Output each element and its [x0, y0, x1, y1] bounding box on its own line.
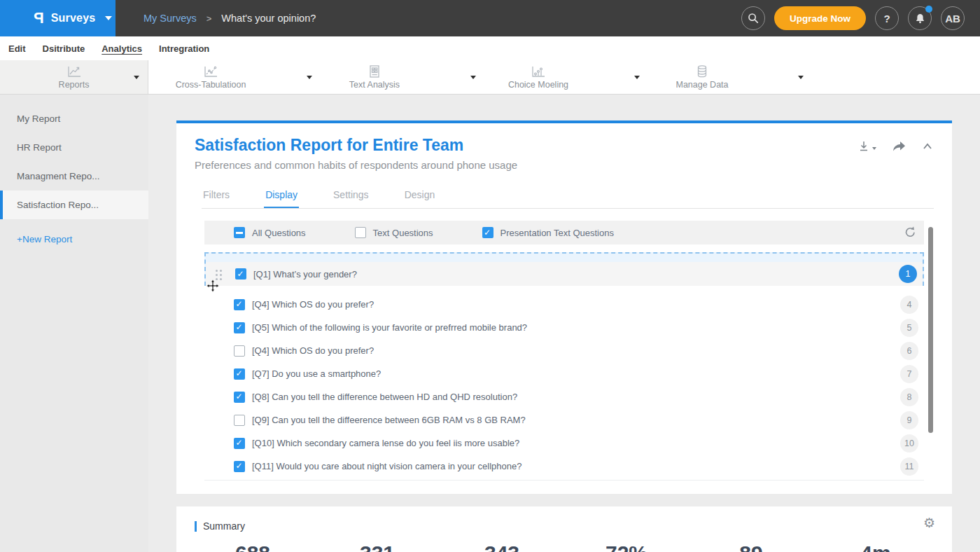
- avatar[interactable]: AB: [941, 6, 965, 30]
- summary-stats: 688 331 343 72% 89 4m: [176, 532, 952, 552]
- sidebar-item-my-report[interactable]: My Report: [0, 104, 148, 133]
- vertical-scrollbar[interactable]: [928, 227, 933, 433]
- question-label: [Q1] What’s your gender?: [253, 269, 357, 280]
- text-questions-checkbox[interactable]: [355, 227, 366, 238]
- question-label: [Q9] Can you tell the diffeerence betwee…: [252, 415, 526, 425]
- drop-indicator: [206, 254, 923, 262]
- question-row[interactable]: [Q5] Which of the following is your favo…: [204, 316, 924, 339]
- scatter-chart-icon: [202, 64, 219, 78]
- summary-title: Summary: [203, 520, 245, 532]
- brand[interactable]: P Surveys: [0, 0, 115, 36]
- question-order-badge: 11: [900, 457, 918, 476]
- chevron-down-icon: [105, 16, 112, 20]
- question-row[interactable]: [Q1] What’s your gender? 1: [206, 262, 923, 286]
- sidebar-item-satisfaction-report[interactable]: Satisfaction Repo...: [0, 191, 148, 219]
- breadcrumb-parent[interactable]: My Surveys: [144, 13, 197, 24]
- chevron-down-icon[interactable]: [470, 76, 476, 79]
- report-actions: [858, 140, 934, 153]
- document-grid-icon: [367, 64, 382, 78]
- summary-stat: 89: [689, 541, 813, 552]
- question-row[interactable]: [Q10] Which secondary camera lense do yo…: [204, 432, 924, 455]
- toolbar-item-reports[interactable]: Reports: [0, 60, 148, 94]
- chevron-down-icon: [872, 147, 876, 150]
- question-row[interactable]: [Q4] Which OS do you prefer? 6: [204, 339, 924, 362]
- question-row[interactable]: [Q7] Do you use a smartphone? 7: [204, 362, 924, 385]
- topbar: P Surveys My Surveys > What's your opini…: [0, 0, 980, 36]
- sidebar-item-hr-report[interactable]: HR Report: [0, 133, 148, 162]
- question-label: [Q4] Which OS do you prefer?: [252, 299, 374, 310]
- question-order-badge: 10: [900, 434, 918, 453]
- dot-chart-icon: [530, 64, 547, 78]
- report-tabs: Filters Display Settings Design: [202, 182, 934, 209]
- question-checkbox[interactable]: [234, 322, 245, 333]
- chevron-down-icon[interactable]: [634, 76, 640, 79]
- question-row[interactable]: [Q9] Can you tell the diffeerence betwee…: [204, 408, 924, 432]
- question-checkbox[interactable]: [234, 438, 245, 449]
- breadcrumb: My Surveys > What's your opinion?: [144, 13, 316, 24]
- chevron-down-icon[interactable]: [307, 76, 312, 79]
- question-order-badge: 9: [900, 411, 918, 429]
- toolbar-item-text-analysis[interactable]: Text Analysis: [312, 60, 437, 94]
- question-checkbox[interactable]: [234, 461, 245, 472]
- nav-item-integration[interactable]: Intregration: [159, 43, 209, 54]
- download-button[interactable]: [858, 140, 876, 153]
- sidebar-item-management-report[interactable]: Managment Repo...: [0, 162, 148, 191]
- share-button[interactable]: [892, 140, 906, 153]
- tab-display[interactable]: Display: [264, 182, 299, 208]
- nav-item-analytics[interactable]: Analytics: [102, 43, 142, 54]
- question-row[interactable]: [Q11] Would you care about night vision …: [204, 455, 924, 478]
- topbar-actions: Upgrade Now ? AB: [741, 6, 980, 30]
- filter-text-questions[interactable]: Text Questions: [355, 227, 433, 238]
- question-row[interactable]: [Q4] Which OS do you prefer? 4: [204, 293, 924, 316]
- move-cursor-icon: [206, 279, 220, 293]
- upgrade-button[interactable]: Upgrade Now: [774, 6, 866, 30]
- breadcrumb-current: What's your opinion?: [221, 13, 316, 24]
- question-checkbox[interactable]: [235, 268, 246, 280]
- toolbar-item-manage-data[interactable]: Manage Data: [640, 60, 764, 94]
- chevron-down-icon[interactable]: [134, 76, 139, 79]
- summary-stat: 72%: [564, 541, 689, 552]
- question-label: [Q8] Can you tell the difference between…: [252, 392, 517, 402]
- question-filter-bar: All Questions Text Questions Presentatio…: [204, 221, 924, 244]
- nav-item-distribute[interactable]: Dsitribute: [43, 43, 85, 54]
- notifications-button[interactable]: [908, 6, 932, 30]
- question-order-badge: 6: [900, 342, 918, 360]
- question-list: [Q1] What’s your gender? 1 [Q4] Which OS…: [204, 252, 924, 481]
- tab-settings[interactable]: Settings: [332, 182, 370, 208]
- filter-all-questions[interactable]: All Questions: [234, 227, 306, 238]
- logo-icon: P: [34, 11, 44, 26]
- search-button[interactable]: [741, 6, 765, 30]
- gear-icon[interactable]: ⚙: [923, 515, 935, 531]
- notification-dot: [925, 6, 932, 13]
- help-button[interactable]: ?: [875, 6, 899, 30]
- question-label: [Q10] Which secondary camera lense do yo…: [252, 438, 519, 448]
- presentation-text-questions-checkbox[interactable]: [482, 227, 493, 238]
- collapse-button[interactable]: [921, 142, 934, 151]
- question-checkbox[interactable]: [234, 368, 245, 380]
- report-card: Satisfaction Report for Entire Team Pref…: [176, 120, 952, 494]
- question-checkbox[interactable]: [234, 415, 245, 426]
- tab-design[interactable]: Design: [403, 182, 437, 208]
- toolbar-item-choice-modeling[interactable]: Choice Moeling: [476, 60, 601, 94]
- search-icon: [747, 12, 760, 25]
- drag-drop-zone[interactable]: [Q1] What’s your gender? 1: [204, 252, 924, 286]
- question-checkbox[interactable]: [234, 299, 245, 310]
- report-title: Satisfaction Report for Entire Team: [195, 134, 934, 156]
- chevron-down-icon[interactable]: [798, 76, 804, 79]
- nav-item-edit[interactable]: Edit: [8, 43, 26, 54]
- question-order-badge: 4: [900, 296, 918, 314]
- survey-nav: Edit Dsitribute Analytics Intregration: [0, 36, 980, 60]
- chevron-up-icon: [921, 142, 934, 151]
- main-content: Satisfaction Report for Entire Team Pref…: [148, 95, 980, 552]
- question-checkbox[interactable]: [234, 392, 245, 403]
- all-questions-checkbox[interactable]: [234, 227, 245, 238]
- new-report-button[interactable]: +New Report: [0, 225, 148, 254]
- question-row[interactable]: [Q8] Can you tell the difference between…: [204, 385, 924, 408]
- toolbar-item-cross-tabulation[interactable]: Cross-Tabulatioon: [148, 60, 273, 94]
- question-label: [Q11] Would you care about night vision …: [252, 461, 522, 471]
- reports-sidebar: My Report HR Report Managment Repo... Sa…: [0, 95, 148, 552]
- question-checkbox[interactable]: [234, 345, 245, 357]
- filter-presentation-text-questions[interactable]: Presentation Text Questions: [482, 227, 614, 238]
- reset-button[interactable]: [904, 226, 917, 242]
- tab-filters[interactable]: Filters: [202, 182, 231, 208]
